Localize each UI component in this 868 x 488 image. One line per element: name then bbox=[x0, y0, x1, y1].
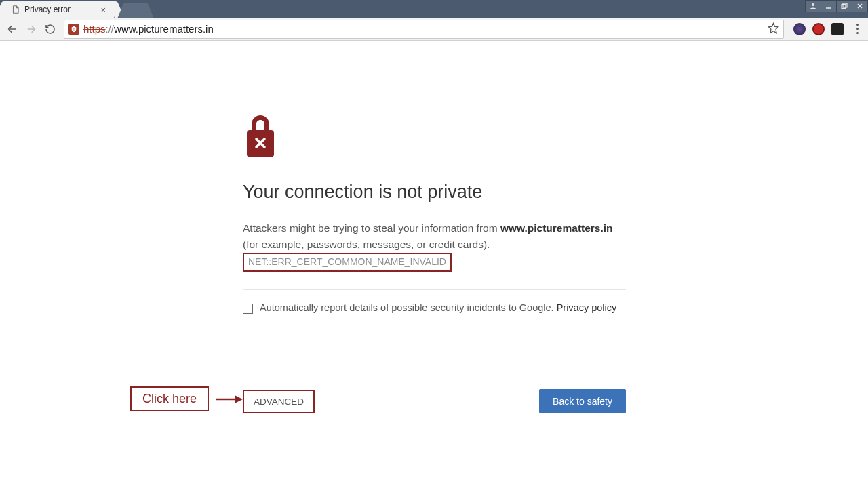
incognito-indicator-icon[interactable] bbox=[805, 0, 821, 12]
nav-forward-button bbox=[23, 21, 39, 37]
button-row: ADVANCED Back to safety bbox=[243, 389, 626, 413]
ssl-interstitial: Your connection is not private Attackers… bbox=[243, 115, 626, 314]
browser-titlebar: Privacy error × bbox=[0, 0, 868, 18]
window-close-button[interactable] bbox=[852, 0, 868, 12]
annotation-arrow-icon bbox=[216, 392, 243, 406]
advanced-button[interactable]: ADVANCED bbox=[243, 390, 315, 413]
divider bbox=[243, 289, 626, 290]
page-content: Your connection is not private Attackers… bbox=[0, 41, 868, 488]
body-post: (for example, passwords, messages, or cr… bbox=[243, 239, 490, 250]
url-host: www.picturematters.in bbox=[114, 23, 214, 35]
svg-marker-9 bbox=[768, 23, 778, 33]
tab-title: Privacy error bbox=[24, 5, 99, 14]
interstitial-body: Attackers might be trying to steal your … bbox=[243, 220, 626, 272]
browser-menu-button[interactable] bbox=[850, 21, 864, 37]
privacy-policy-link[interactable]: Privacy policy bbox=[557, 302, 617, 313]
browser-tab[interactable]: Privacy error × bbox=[5, 1, 114, 18]
new-tab-button[interactable] bbox=[126, 3, 145, 18]
bookmark-star-icon[interactable] bbox=[768, 22, 779, 36]
report-checkbox[interactable] bbox=[243, 304, 253, 314]
interstitial-heading: Your connection is not private bbox=[243, 182, 626, 203]
browser-toolbar: ! https://www.picturematters.in bbox=[0, 18, 868, 41]
svg-text:!: ! bbox=[73, 26, 75, 30]
extension-icon-1[interactable] bbox=[793, 23, 806, 35]
svg-point-0 bbox=[812, 3, 814, 6]
page-favicon-icon bbox=[11, 5, 20, 14]
extension-icons bbox=[789, 23, 848, 35]
nav-reload-button[interactable] bbox=[42, 21, 58, 37]
window-controls bbox=[806, 0, 868, 12]
lock-error-icon bbox=[243, 115, 278, 157]
url-separator: :// bbox=[106, 23, 115, 35]
back-to-safety-button[interactable]: Back to safety bbox=[539, 389, 626, 413]
svg-rect-2 bbox=[842, 5, 846, 9]
svg-marker-13 bbox=[235, 395, 243, 403]
error-code: NET::ERR_CERT_COMMON_NAME_INVALID bbox=[243, 253, 452, 272]
body-domain: www.picturematters.in bbox=[500, 222, 613, 234]
window-minimize-button[interactable] bbox=[821, 0, 837, 12]
address-bar[interactable]: ! https://www.picturematters.in bbox=[64, 20, 784, 39]
tab-close-icon[interactable]: × bbox=[99, 5, 107, 15]
extension-icon-3[interactable] bbox=[831, 23, 844, 35]
report-row: Automatically report details of possible… bbox=[243, 302, 626, 314]
annotation-overlay: Click here bbox=[130, 386, 245, 411]
extension-icon-2[interactable] bbox=[812, 23, 825, 35]
body-pre: Attackers might be trying to steal your … bbox=[243, 222, 500, 234]
nav-back-button[interactable] bbox=[4, 21, 20, 37]
url-text: https://www.picturematters.in bbox=[83, 23, 768, 35]
report-label: Automatically report details of possible… bbox=[260, 302, 557, 313]
window-maximize-button[interactable] bbox=[836, 0, 852, 12]
annotation-label: Click here bbox=[130, 386, 209, 411]
url-scheme: https bbox=[83, 23, 106, 35]
security-warning-icon[interactable]: ! bbox=[68, 24, 79, 35]
